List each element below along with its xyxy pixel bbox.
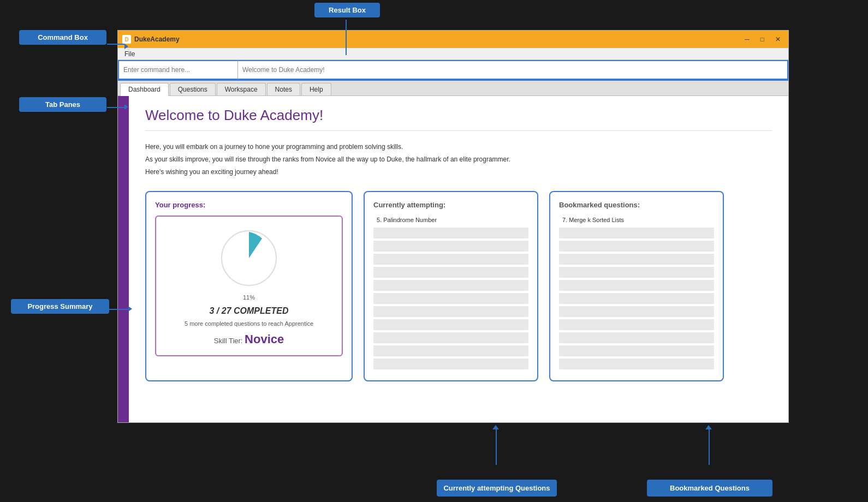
welcome-line-1: Here, you will embark on a journey to ho… bbox=[145, 142, 772, 152]
bookmark-item-5 bbox=[559, 280, 714, 291]
tab-bar: Dashboard Questions Workspace Notes Help bbox=[118, 81, 788, 96]
progress-summary-annotation: Progress Summary bbox=[11, 299, 109, 314]
app-icon: D bbox=[122, 35, 131, 44]
menu-bar: File bbox=[118, 48, 788, 60]
app-title: DukeAcademy bbox=[134, 35, 180, 43]
bookmark-item-2 bbox=[559, 241, 714, 252]
attempt-card-title: Currently attempting: bbox=[373, 201, 528, 209]
cards-row: Your progress: bbox=[145, 191, 772, 381]
bookmarked-card: Bookmarked questions: 7. Merge k Sorted … bbox=[549, 191, 724, 381]
tab-workspace[interactable]: Workspace bbox=[217, 83, 266, 95]
welcome-divider bbox=[145, 130, 772, 131]
attempt-item-1 bbox=[373, 228, 528, 238]
app-window: D DukeAcademy ─ □ ✕ File Dashboard Quest… bbox=[117, 30, 789, 423]
attempt-item-6 bbox=[373, 293, 528, 304]
welcome-line-2: As your skills improve, you will rise th… bbox=[145, 154, 772, 165]
input-area bbox=[118, 60, 788, 81]
skill-tier: Skill Tier: Novice bbox=[214, 332, 284, 346]
attempt-item-4 bbox=[373, 267, 528, 278]
attempt-item-10 bbox=[373, 345, 528, 356]
result-box-annotation: Result Box bbox=[314, 3, 380, 17]
command-box-annotation: Command Box bbox=[19, 30, 106, 45]
minimize-button[interactable]: ─ bbox=[741, 34, 753, 44]
bookmark-item-11 bbox=[559, 358, 714, 369]
attempt-item-7 bbox=[373, 306, 528, 317]
title-bar-controls: ─ □ ✕ bbox=[741, 34, 784, 44]
bookmarked-questions-annotation: Bookmarked Questions bbox=[647, 480, 772, 497]
tab-help[interactable]: Help bbox=[301, 83, 331, 95]
bookmark-item-4 bbox=[559, 267, 714, 278]
attempt-item-2 bbox=[373, 241, 528, 252]
tab-notes[interactable]: Notes bbox=[267, 83, 300, 95]
progress-card: Your progress: bbox=[145, 191, 353, 381]
left-sidebar-strip bbox=[118, 96, 129, 422]
tab-panes-annotation: Tab Panes bbox=[19, 97, 106, 112]
skill-tier-value: Novice bbox=[245, 332, 284, 346]
attempt-item-0[interactable]: 5. Palindrome Number bbox=[373, 214, 528, 225]
reach-text: 5 more completed questions to reach Appr… bbox=[185, 320, 313, 327]
bookmark-item-1 bbox=[559, 228, 714, 238]
bookmark-item-7 bbox=[559, 306, 714, 317]
pie-percentage: 11% bbox=[243, 294, 255, 301]
attempt-item-11 bbox=[373, 358, 528, 369]
currently-attempting-card: Currently attempting: 5. Palindrome Numb… bbox=[364, 191, 538, 381]
bookmark-card-title: Bookmarked questions: bbox=[559, 201, 714, 209]
welcome-line-3: Here's wishing you an exciting journey a… bbox=[145, 167, 772, 177]
maximize-button[interactable]: □ bbox=[757, 34, 768, 44]
progress-card-title: Your progress: bbox=[155, 201, 343, 209]
welcome-title: Welcome to Duke Academy! bbox=[145, 107, 772, 124]
attempt-item-5 bbox=[373, 280, 528, 291]
tab-questions[interactable]: Questions bbox=[170, 83, 216, 95]
file-menu[interactable]: File bbox=[120, 49, 139, 59]
bookmark-item-9 bbox=[559, 332, 714, 343]
attempt-item-8 bbox=[373, 319, 528, 330]
command-input[interactable] bbox=[118, 60, 238, 80]
title-bar-left: D DukeAcademy bbox=[122, 35, 180, 44]
bookmark-item-3 bbox=[559, 254, 714, 265]
result-input[interactable] bbox=[238, 60, 788, 80]
pie-chart bbox=[216, 225, 282, 291]
title-bar: D DukeAcademy ─ □ ✕ bbox=[118, 31, 788, 48]
bookmark-item-0[interactable]: 7. Merge k Sorted Lists bbox=[559, 214, 714, 225]
progress-inner-box: 11% 3 / 27 COMPLETED 5 more completed qu… bbox=[155, 216, 343, 356]
bookmark-item-8 bbox=[559, 319, 714, 330]
main-content: Welcome to Duke Academy! Here, you will … bbox=[129, 96, 788, 422]
bookmark-item-10 bbox=[559, 345, 714, 356]
tab-dashboard[interactable]: Dashboard bbox=[120, 83, 169, 96]
bookmark-item-6 bbox=[559, 293, 714, 304]
currently-attempting-annotation: Currently attempting Questions bbox=[437, 480, 557, 497]
attempt-item-3 bbox=[373, 254, 528, 265]
attempt-item-9 bbox=[373, 332, 528, 343]
completed-count: 3 / 27 COMPLETED bbox=[210, 306, 289, 316]
close-button[interactable]: ✕ bbox=[772, 34, 784, 44]
